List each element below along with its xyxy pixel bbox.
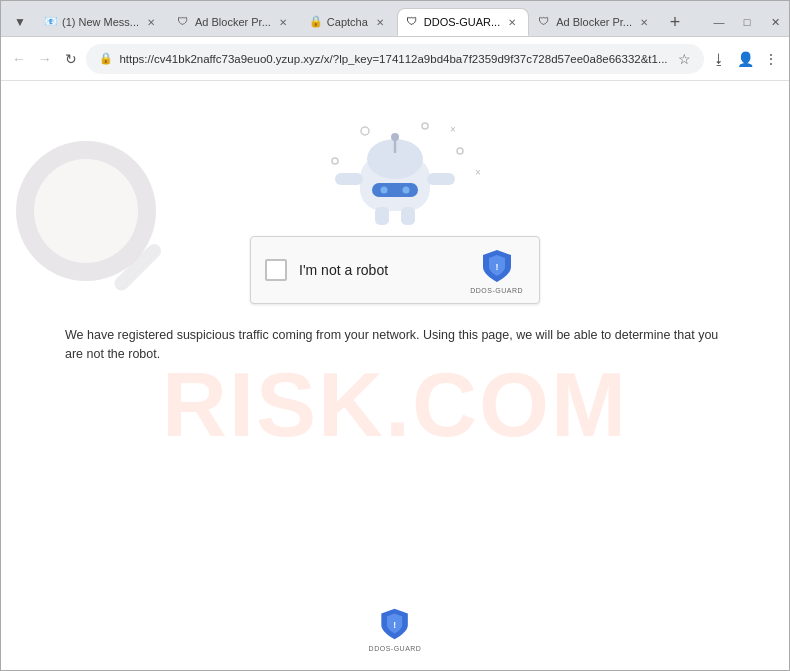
tab-3-close[interactable]: ✕ (372, 14, 388, 30)
svg-rect-15 (375, 207, 389, 225)
bottom-shield-icon: ! (377, 606, 413, 642)
tab-5-label: Ad Blocker Pr... (556, 16, 632, 28)
svg-text:×: × (475, 167, 481, 178)
ddos-guard-logo: ! DDOS-GUARD (470, 247, 523, 294)
robot-area: × × (250, 111, 540, 304)
tab-2[interactable]: 🛡 Ad Blocker Pr... ✕ (168, 8, 300, 36)
robot-illustration: × × (305, 111, 485, 241)
new-tab-button[interactable]: + (661, 8, 689, 36)
svg-text:!: ! (394, 620, 397, 630)
tab-4-favicon: 🛡 (406, 15, 420, 29)
forward-button[interactable]: → (35, 45, 55, 73)
bottom-brand-label: DDOS-GUARD (369, 645, 422, 652)
tab-3[interactable]: 🔒 Captcha ✕ (300, 8, 397, 36)
address-field[interactable]: 🔒 https://cv41bk2naffc73a9euo0.yzup.xyz/… (86, 44, 703, 74)
tab-2-favicon: 🛡 (177, 15, 191, 29)
tab-4-label: DDOS-GUAR... (424, 16, 500, 28)
tab-3-favicon: 🔒 (309, 15, 323, 29)
profile-btn[interactable]: 👤 (735, 45, 755, 73)
info-text-content: We have registered suspicious traffic co… (65, 328, 718, 361)
captcha-box: I'm not a robot ! DDOS-GUARD (250, 236, 540, 304)
svg-point-9 (391, 133, 399, 141)
svg-point-0 (361, 127, 369, 135)
tab-1[interactable]: 📧 (1) New Mess... ✕ (35, 8, 168, 36)
tab-bar: ▼ 📧 (1) New Mess... ✕ 🛡 Ad Blocker Pr...… (1, 1, 789, 37)
tab-2-label: Ad Blocker Pr... (195, 16, 271, 28)
menu-btn[interactable]: ⋮ (761, 45, 781, 73)
address-bar: ← → ↻ 🔒 https://cv41bk2naffc73a9euo0.yzu… (1, 37, 789, 81)
bookmark-icon[interactable]: ☆ (678, 51, 691, 67)
ddos-shield-icon: ! (478, 247, 516, 285)
reload-button[interactable]: ↻ (61, 45, 81, 73)
tab-list-btn[interactable]: ▼ (5, 8, 35, 36)
captcha-left: I'm not a robot (265, 259, 388, 281)
svg-rect-10 (372, 183, 418, 197)
svg-point-3 (332, 158, 338, 164)
captcha-checkbox[interactable] (265, 259, 287, 281)
tab-4-close[interactable]: ✕ (504, 14, 520, 30)
minimize-btn[interactable]: — (705, 8, 733, 36)
tab-5[interactable]: 🛡 Ad Blocker Pr... ✕ (529, 8, 661, 36)
magnifier-watermark (16, 141, 186, 311)
svg-point-11 (381, 187, 388, 194)
tab-1-favicon: 📧 (44, 15, 58, 29)
svg-rect-13 (335, 173, 363, 185)
maximize-btn[interactable]: □ (733, 8, 761, 36)
tab-3-label: Captcha (327, 16, 368, 28)
info-text: We have registered suspicious traffic co… (35, 326, 755, 364)
captcha-label: I'm not a robot (299, 262, 388, 278)
bottom-logo: ! DDOS-GUARD (369, 606, 422, 652)
address-text: https://cv41bk2naffc73a9euo0.yzup.xyz/x/… (119, 53, 667, 65)
watermark-text: RISK.COM (162, 354, 628, 457)
tab-5-favicon: 🛡 (538, 15, 552, 29)
svg-rect-14 (427, 173, 455, 185)
page-content: RISK.COM × × (1, 81, 789, 670)
svg-text:!: ! (495, 262, 498, 272)
tab-1-label: (1) New Mess... (62, 16, 139, 28)
tab-5-close[interactable]: ✕ (636, 14, 652, 30)
tab-1-close[interactable]: ✕ (143, 14, 159, 30)
tab-4[interactable]: 🛡 DDOS-GUAR... ✕ (397, 8, 529, 36)
back-button[interactable]: ← (9, 45, 29, 73)
tab-2-close[interactable]: ✕ (275, 14, 291, 30)
close-browser-btn[interactable]: ✕ (761, 8, 789, 36)
svg-point-12 (403, 187, 410, 194)
browser-window: ▼ 📧 (1) New Mess... ✕ 🛡 Ad Blocker Pr...… (0, 0, 790, 671)
svg-point-1 (422, 123, 428, 129)
download-btn[interactable]: ⭳ (710, 45, 730, 73)
lock-icon: 🔒 (99, 52, 113, 65)
svg-rect-16 (401, 207, 415, 225)
svg-text:×: × (450, 124, 456, 135)
ddos-label-captcha: DDOS-GUARD (470, 287, 523, 294)
svg-point-2 (457, 148, 463, 154)
